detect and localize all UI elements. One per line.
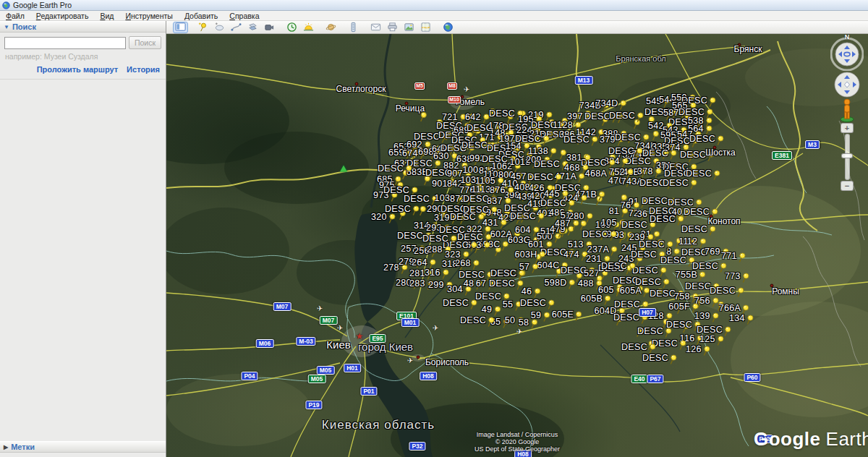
placemark[interactable]: DESC [540,198,575,208]
placemark[interactable]: DESC [489,278,524,289]
menu-item-1[interactable]: Редактировать [30,12,95,20]
placemark[interactable]: DESC [459,270,493,280]
search-panel-header[interactable]: ▼ Поиск [0,21,166,33]
placemark[interactable]: DESC [385,204,420,214]
placemark[interactable]: DESC [663,178,697,188]
placemark-pin[interactable] [419,206,427,219]
placemark[interactable]: DESC [520,298,555,308]
placemark[interactable]: 46 [522,286,541,296]
add-polygon-button[interactable] [212,22,227,33]
add-image-overlay-button[interactable] [245,22,260,33]
placemark[interactable]: DESC [527,172,562,182]
planets-button[interactable] [323,22,339,33]
placemark[interactable]: 125 [699,334,724,344]
placemark[interactable]: DESC [621,342,656,352]
placemark[interactable]: DESC [404,194,438,204]
placemark[interactable]: 605B [581,294,611,304]
placemark[interactable]: 598D [544,278,575,288]
placemark[interactable]: DESC [460,315,495,325]
get-directions-link[interactable]: Проложить маршрут [37,65,118,74]
places-panel-header[interactable]: ▶ Метки [0,441,166,453]
placemark[interactable]: 378 [637,166,662,176]
placemark[interactable]: DESC [632,265,667,276]
placemark[interactable]: 605E [552,309,582,320]
placemark[interactable]: 316 [425,268,449,278]
placemark[interactable]: DESC [608,146,643,156]
placemark[interactable]: 76 [621,200,640,210]
placemark[interactable]: 49 [482,304,501,315]
placemark[interactable]: 381 [566,153,591,163]
placemark[interactable]: DESC [601,261,636,271]
email-button[interactable] [368,22,383,33]
historical-imagery-button[interactable] [284,22,299,33]
placemark[interactable]: 771 [721,251,746,261]
ruler-button[interactable] [346,22,361,33]
earth-sphere-button[interactable] [441,22,456,33]
placemark[interactable]: 134 [729,313,754,323]
search-button[interactable]: Поиск [129,36,161,49]
placemark[interactable]: DESC [450,212,485,222]
zoom-in-button[interactable]: + [841,123,854,133]
placemark[interactable]: DESC [422,234,457,244]
placemark[interactable]: 604 [515,225,540,235]
placemark[interactable]: DESC [582,229,617,239]
title-bar[interactable]: Google Earth Pro [0,0,868,11]
placemark[interactable]: DESC [457,232,492,242]
placemark[interactable]: DESC [639,239,673,249]
menu-item-0[interactable]: Файл [0,12,30,20]
placemark[interactable]: DESC [534,159,569,169]
placemark-pin[interactable] [420,112,427,125]
placemark[interactable]: DESC [609,111,644,121]
sunlight-button[interactable] [301,22,316,33]
view-in-maps-button[interactable] [418,22,433,33]
pegman[interactable] [839,98,855,125]
menu-item-2[interactable]: Вид [94,12,119,20]
placemark[interactable]: 474 [563,249,588,260]
placemark[interactable]: DESC [660,255,695,265]
save-image-button[interactable] [401,22,417,33]
menu-item-5[interactable]: Справка [224,12,265,20]
placemark[interactable]: DESC [490,268,525,278]
placemark[interactable]: DESC [637,326,672,336]
record-tour-button[interactable] [262,22,277,33]
placemark[interactable]: 605A [620,286,650,296]
placemark[interactable]: 755B [676,270,706,280]
placemark[interactable]: DESC [563,134,598,145]
placemark[interactable]: DESC [378,163,412,174]
placemark[interactable]: DESC [510,211,545,221]
placemark[interactable]: 268 [455,258,480,268]
menu-item-4[interactable]: Добавить [179,12,224,20]
placemark[interactable]: 55 [503,299,522,309]
print-button[interactable] [385,22,400,33]
placemark[interactable]: DESC [642,353,677,363]
map-viewport[interactable]: 721642DESC219195DESC689DESC178DESC224DES… [166,34,868,457]
placemark[interactable]: 12 [687,236,707,247]
placemark[interactable]: 264 [412,257,436,268]
look-joystick[interactable] [830,38,864,71]
add-path-button[interactable] [229,22,244,33]
search-input[interactable] [4,37,126,49]
move-joystick[interactable] [834,72,860,98]
placemark[interactable]: 603H [514,249,545,260]
placemark[interactable]: 487 [555,218,579,228]
zoom-slider-handle[interactable] [841,153,853,158]
placemark[interactable]: DESC [689,134,724,144]
zoom-out-button[interactable]: − [841,181,854,191]
placemark[interactable]: DESC [710,286,744,296]
placemark[interactable]: 59 [531,310,550,320]
placemark[interactable]: DESC [652,338,686,349]
sidebar-panels-button[interactable] [173,22,188,33]
placemark[interactable]: 605F [668,302,699,312]
add-placemark-button[interactable] [195,22,210,33]
placemark[interactable]: DESC [686,168,720,179]
menu-item-3[interactable]: Инструменты [119,12,178,20]
placemark[interactable]: 237A [587,244,618,255]
placemark[interactable]: 773 [725,271,749,281]
placemark[interactable]: DESC [443,298,477,308]
placemark[interactable]: DESC [625,156,660,166]
placemark[interactable]: DESC [650,214,684,224]
placemark[interactable]: 126 [686,344,710,354]
placemark[interactable]: 766A [719,303,749,313]
history-link[interactable]: История [127,65,160,74]
placemark[interactable]: 445 [544,189,569,199]
